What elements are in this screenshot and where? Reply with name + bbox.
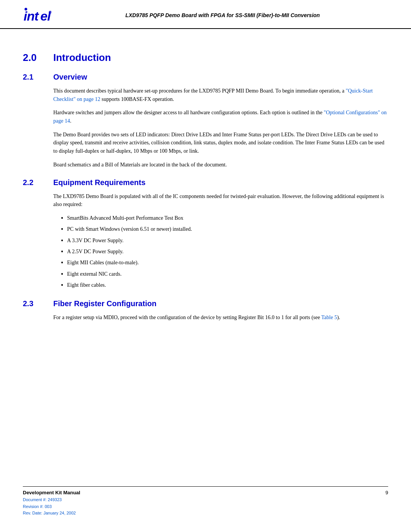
bullet-dot: • — [61, 281, 63, 290]
page-header: int el ® LXD9785 PQFP Demo Board with FP… — [0, 0, 411, 29]
list-item: •Eight MII Cables (male-to-male). — [61, 259, 388, 267]
list-item-text: Eight external NIC cards. — [67, 270, 121, 278]
bullet-dot: • — [61, 248, 63, 256]
optional-configs-link[interactable]: "Optional Configurations" on page 14 — [53, 110, 387, 124]
section-2-3-number: 2.3 — [23, 299, 53, 308]
section-2-3-para-1: For a register setup via MDIO, proceed w… — [53, 313, 388, 322]
bullet-dot: • — [61, 214, 63, 223]
list-item: •A 2.5V DC Power Supply. — [61, 248, 388, 256]
section-2-1-para-2: Hardware switches and jumpers allow the … — [53, 109, 388, 125]
list-item-text: Eight MII Cables (male-to-male). — [67, 259, 139, 267]
section-2-0-number: 2.0 — [23, 52, 53, 64]
svg-text:®: ® — [49, 10, 52, 14]
section-2-1-para-4: Board schematics and a Bill of Materials… — [53, 161, 388, 169]
section-2-1-heading: 2.1 Overview — [23, 73, 388, 81]
header-title: LXD9785 PQFP Demo Board with FPGA for SS… — [57, 12, 388, 18]
footer-left: Development Kit Manual Document #: 24932… — [23, 490, 80, 517]
bullet-dot: • — [61, 225, 63, 234]
quickstart-link[interactable]: "Quick-Start Checklist" on page 12 — [53, 88, 373, 102]
section-2-0-heading: 2.0 Introduction — [23, 52, 388, 64]
footer-document-num: Document #: 249323 — [23, 497, 80, 503]
section-2-3-title: Fiber Register Configuration — [53, 299, 156, 308]
list-item-text: Eight fiber cables. — [67, 281, 106, 289]
list-item: •Eight fiber cables. — [61, 281, 388, 290]
footer-manual-title: Development Kit Manual — [23, 490, 80, 495]
page-footer: Development Kit Manual Document #: 24932… — [23, 486, 388, 517]
section-2-2-title: Equipment Requirements — [53, 178, 145, 187]
intel-logo-svg: int el ® — [23, 7, 53, 24]
footer-doc-number: Document #: 249323 Revision #: 003 Rev. … — [23, 497, 80, 517]
table5-link[interactable]: Table 5 — [321, 315, 337, 320]
section-2-1-para-3: The Demo Board provides two sets of LED … — [53, 131, 388, 155]
list-item-text: A 2.5V DC Power Supply. — [67, 248, 123, 256]
section-2-1-para-1: This document describes typical hardware… — [53, 87, 388, 103]
intel-logo: int el ® — [23, 7, 53, 24]
page: int el ® LXD9785 PQFP Demo Board with FP… — [0, 0, 411, 532]
footer-page-number: 9 — [386, 490, 388, 495]
list-item: •PC with Smart Windows (version 6.51 or … — [61, 225, 388, 234]
section-2-2-number: 2.2 — [23, 178, 53, 187]
list-item: •A 3.3V DC Power Supply. — [61, 236, 388, 245]
list-item-text: PC with Smart Windows (version 6.51 or n… — [67, 225, 192, 233]
footer-revision: Revision #: 003 — [23, 503, 80, 510]
footer-rev-date: Rev. Date: January 24, 2002 — [23, 510, 80, 517]
section-2-0-title: Introduction — [53, 52, 111, 64]
main-content: 2.0 Introduction 2.1 Overview This docum… — [0, 29, 411, 350]
list-item-text: SmartBits Advanced Multi-port Performanc… — [67, 214, 183, 222]
bullet-dot: • — [61, 259, 63, 267]
bullet-dot: • — [61, 236, 63, 245]
svg-text:int: int — [24, 9, 39, 23]
section-2-1-title: Overview — [53, 73, 87, 81]
section-2-1-number: 2.1 — [23, 73, 53, 81]
section-2-3-heading: 2.3 Fiber Register Configuration — [23, 299, 388, 308]
section-2-2-heading: 2.2 Equipment Requirements — [23, 178, 388, 187]
section-2-2-para-1: The LXD9785 Demo Board is populated with… — [53, 192, 388, 209]
list-item-text: A 3.3V DC Power Supply. — [67, 236, 123, 244]
list-item: •Eight external NIC cards. — [61, 270, 388, 279]
list-item: •SmartBits Advanced Multi-port Performan… — [61, 214, 388, 223]
svg-point-3 — [25, 8, 27, 11]
bullet-dot: • — [61, 270, 63, 279]
equipment-list: •SmartBits Advanced Multi-port Performan… — [61, 214, 388, 290]
